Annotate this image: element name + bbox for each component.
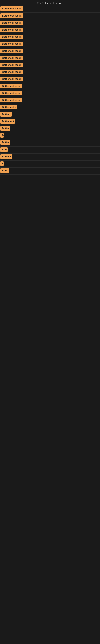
- bottleneck-section-12: Bottleneck resu: [0, 83, 100, 90]
- bottleneck-section-21: Bott: [0, 146, 100, 154]
- bottleneck-section-24: Bottl: [0, 168, 100, 175]
- bottleneck-badge-15[interactable]: Bottleneck r: [0, 105, 17, 110]
- bottleneck-section-7: Bottleneck result: [0, 48, 100, 55]
- site-title-container: TheBottlenecker.com: [0, 0, 100, 6]
- bottleneck-badge-1[interactable]: Bottleneck result: [0, 6, 23, 11]
- bottleneck-section-6: Bottleneck result: [0, 41, 100, 48]
- bottleneck-section-3: Bottleneck result: [0, 20, 100, 27]
- bottleneck-badge-19[interactable]: B: [0, 133, 3, 138]
- bottleneck-badge-17[interactable]: Bottleneck: [0, 119, 15, 124]
- bottleneck-badge-13[interactable]: Bottleneck resu: [0, 91, 22, 96]
- bottleneck-badge-3[interactable]: Bottleneck result: [0, 20, 23, 25]
- bottleneck-section-23: B: [0, 160, 100, 168]
- bottleneck-section-4: Bottleneck result: [0, 27, 100, 34]
- bottleneck-section-8: Bottleneck result: [0, 55, 100, 62]
- bottleneck-section-13: Bottleneck resu: [0, 90, 100, 97]
- bottleneck-section-15: Bottleneck r: [0, 104, 100, 111]
- bottleneck-section-16: Bottlen: [0, 111, 100, 118]
- bottleneck-badge-24[interactable]: Bottl: [0, 168, 9, 173]
- bottleneck-section-14: Bottleneck resu: [0, 97, 100, 104]
- items-container: Bottleneck resultBottleneck resultBottle…: [0, 6, 100, 175]
- bottleneck-section-18: Bottle: [0, 126, 100, 132]
- bottleneck-badge-14[interactable]: Bottleneck resu: [0, 98, 22, 102]
- bottleneck-section-19: B: [0, 132, 100, 140]
- bottleneck-badge-11[interactable]: Bottleneck result: [0, 77, 23, 81]
- bottleneck-badge-16[interactable]: Bottlen: [0, 112, 12, 116]
- bottleneck-badge-22[interactable]: Bottlens: [0, 154, 12, 159]
- bottleneck-badge-10[interactable]: Bottleneck result: [0, 70, 23, 74]
- bottleneck-section-9: Bottleneck result: [0, 62, 100, 69]
- bottleneck-badge-5[interactable]: Bottleneck result: [0, 34, 23, 39]
- bottleneck-badge-2[interactable]: Bottleneck result: [0, 14, 23, 18]
- bottleneck-badge-12[interactable]: Bottleneck resu: [0, 84, 22, 88]
- bottleneck-badge-6[interactable]: Bottleneck result: [0, 42, 23, 46]
- bottleneck-badge-9[interactable]: Bottleneck result: [0, 63, 23, 67]
- bottleneck-badge-18[interactable]: Bottle: [0, 126, 10, 130]
- site-title: TheBottlenecker.com: [0, 0, 100, 6]
- bottleneck-section-2: Bottleneck result: [0, 13, 100, 20]
- bottleneck-badge-21[interactable]: Bott: [0, 147, 8, 152]
- bottleneck-badge-4[interactable]: Bottleneck result: [0, 28, 23, 32]
- bottleneck-section-10: Bottleneck result: [0, 69, 100, 76]
- bottleneck-section-5: Bottleneck result: [0, 34, 100, 41]
- bottleneck-section-17: Bottleneck: [0, 118, 100, 126]
- bottleneck-section-11: Bottleneck result: [0, 76, 100, 83]
- bottleneck-section-1: Bottleneck result: [0, 6, 100, 13]
- bottleneck-badge-23[interactable]: B: [0, 162, 3, 166]
- bottleneck-badge-8[interactable]: Bottleneck result: [0, 56, 23, 60]
- bottleneck-section-22: Bottlens: [0, 154, 100, 160]
- bottleneck-badge-7[interactable]: Bottleneck result: [0, 49, 23, 53]
- bottleneck-section-20: Bottle: [0, 140, 100, 146]
- bottleneck-badge-20[interactable]: Bottle: [0, 140, 10, 145]
